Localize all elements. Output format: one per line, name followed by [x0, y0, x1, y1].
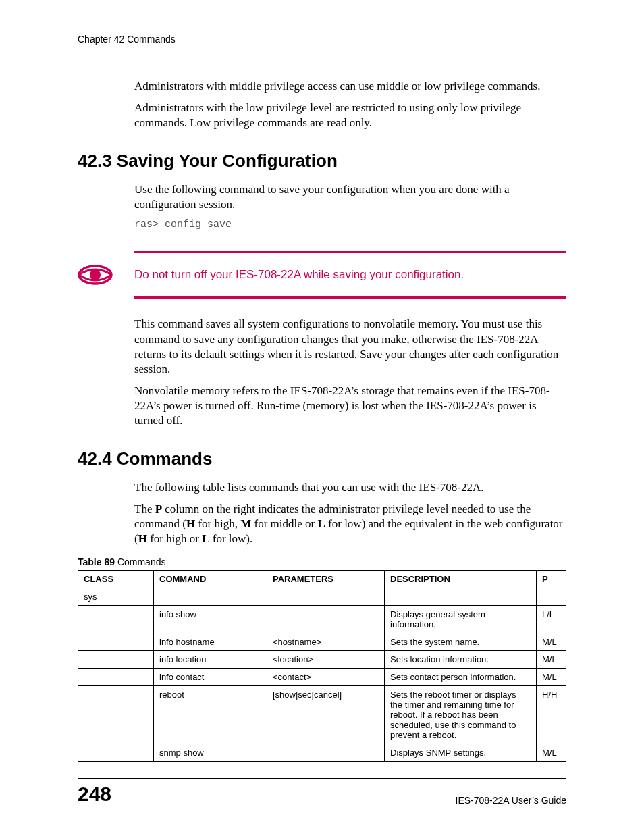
table-row: info location<location>Sets location inf…: [78, 650, 566, 668]
table-caption-text: Commands: [115, 556, 165, 567]
section-42-3-title: 42.3 Saving Your Configuration: [78, 151, 566, 172]
intro-p2: Administrators with the low privilege le…: [134, 101, 566, 130]
cell-p: H/H: [537, 685, 566, 744]
eye-warning-icon: [78, 264, 134, 286]
cell-p: M/L: [537, 633, 566, 650]
section-42-3-body2: This command saves all system configurat…: [134, 317, 566, 428]
cell-p: M/L: [537, 744, 566, 761]
table-row: info showDisplays general system informa…: [78, 605, 566, 633]
svg-point-1: [90, 269, 101, 280]
intro-p1: Administrators with middle privilege acc…: [134, 79, 566, 94]
cell-description: Displays general system information.: [385, 605, 537, 633]
cell-class: [78, 685, 154, 744]
cell-description: Sets contact person information.: [385, 668, 537, 685]
section2-p1: The following table lists commands that …: [134, 480, 566, 495]
cell-description: [385, 588, 537, 605]
cell-p: [537, 588, 566, 605]
cell-command: info hostname: [154, 633, 267, 650]
chapter-header: Chapter 42 Commands: [78, 34, 566, 49]
cell-class: sys: [78, 588, 154, 605]
section1-p3: Nonvolatile memory refers to the IES-708…: [134, 384, 566, 428]
cell-command: snmp show: [154, 744, 267, 761]
table-header-row: CLASS COMMAND PARAMETERS DESCRIPTION P: [78, 570, 566, 588]
cell-command: [154, 588, 267, 605]
table-row: snmp showDisplays SNMP settings.M/L: [78, 744, 566, 761]
warning-bar-bottom: [134, 296, 566, 299]
th-command: COMMAND: [154, 570, 267, 588]
commands-table: CLASS COMMAND PARAMETERS DESCRIPTION P s…: [78, 570, 566, 762]
cell-class: [78, 744, 154, 761]
cell-parameters: <location>: [267, 650, 385, 668]
section-42-3-body1: Use the following command to save your c…: [134, 182, 566, 230]
cell-description: Sets location information.: [385, 650, 537, 668]
cell-description: Displays SNMP settings.: [385, 744, 537, 761]
section1-p1: Use the following command to save your c…: [134, 182, 566, 212]
doc-title: IES-708-22A User’s Guide: [456, 795, 566, 806]
cell-parameters: [267, 605, 385, 633]
warning-text: Do not turn off your IES-708-22A while s…: [134, 268, 464, 282]
table-row: reboot[show|sec|cancel]Sets the reboot t…: [78, 685, 566, 744]
cell-class: [78, 633, 154, 650]
cell-p: M/L: [537, 650, 566, 668]
cell-class: [78, 605, 154, 633]
page-footer: 248 IES-708-22A User’s Guide: [78, 778, 566, 806]
section1-p2: This command saves all system configurat…: [134, 317, 566, 376]
th-p: P: [537, 570, 566, 588]
table-caption: Table 89 Commands: [78, 556, 566, 567]
section-42-4-title: 42.4 Commands: [78, 448, 566, 469]
section-42-4-body: The following table lists commands that …: [134, 480, 566, 546]
cell-parameters: <contact>: [267, 668, 385, 685]
cell-description: Sets the reboot timer or displays the ti…: [385, 685, 537, 744]
th-parameters: PARAMETERS: [267, 570, 385, 588]
page-number: 248: [78, 783, 111, 806]
table-row: info hostname<hostname>Sets the system n…: [78, 633, 566, 650]
cell-parameters: [267, 588, 385, 605]
code-config-save: ras> config save: [134, 219, 566, 230]
cell-command: info location: [154, 650, 267, 668]
intro-block: Administrators with middle privilege acc…: [134, 79, 566, 130]
warning-box: Do not turn off your IES-708-22A while s…: [78, 251, 566, 299]
cell-class: [78, 650, 154, 668]
cell-command: reboot: [154, 685, 267, 744]
table-caption-label: Table 89: [78, 556, 115, 567]
cell-parameters: <hostname>: [267, 633, 385, 650]
table-row: info contact<contact>Sets contact person…: [78, 668, 566, 685]
section2-p2: The P column on the right indicates the …: [134, 502, 566, 546]
cell-p: L/L: [537, 605, 566, 633]
cell-p: M/L: [537, 668, 566, 685]
cell-parameters: [267, 744, 385, 761]
table-row: sys: [78, 588, 566, 605]
cell-class: [78, 668, 154, 685]
cell-parameters: [show|sec|cancel]: [267, 685, 385, 744]
cell-command: info show: [154, 605, 267, 633]
cell-description: Sets the system name.: [385, 633, 537, 650]
cell-command: info contact: [154, 668, 267, 685]
th-class: CLASS: [78, 570, 154, 588]
th-description: DESCRIPTION: [385, 570, 537, 588]
